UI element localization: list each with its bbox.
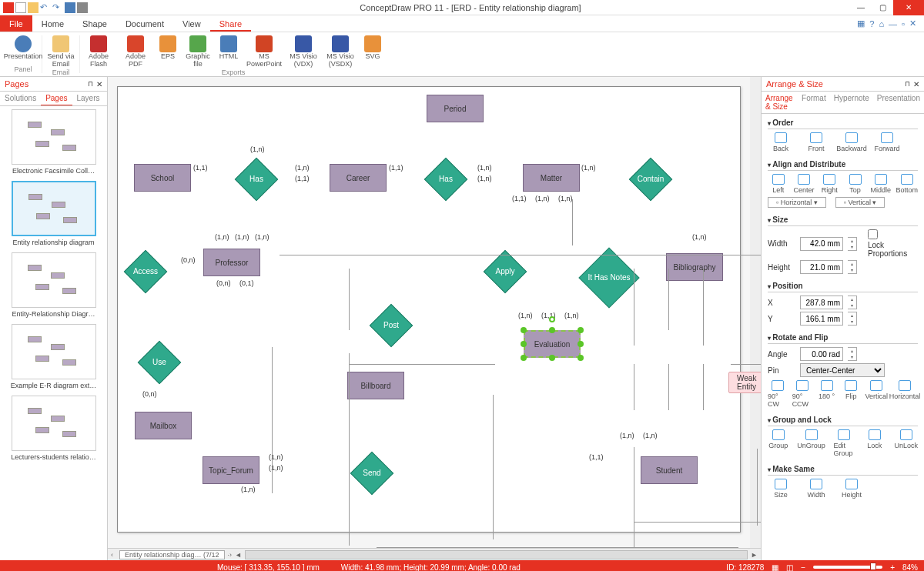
group-lock[interactable]: Lock (864, 429, 886, 457)
graphic-file-button[interactable]: Graphic file (183, 35, 213, 68)
group-ungroup[interactable]: UnGroup (798, 429, 825, 457)
align-bottom[interactable]: Bottom (896, 174, 918, 194)
horizontal-scrollbar[interactable] (245, 550, 748, 559)
adobe-flash-button[interactable]: Adobe Flash (82, 35, 116, 68)
menu-file[interactable]: File (0, 15, 32, 32)
entity-topic[interactable]: Topic_Forum (203, 456, 259, 484)
rotate-90-cw[interactable]: 90° CW (768, 380, 788, 408)
tab-format[interactable]: Format (798, 92, 830, 113)
same-width[interactable]: Width (803, 479, 829, 499)
close-doc-icon[interactable]: ✕ (909, 18, 916, 28)
section-size-title[interactable]: Size (768, 214, 918, 226)
width-input[interactable] (800, 237, 843, 251)
html-button[interactable]: HTML (216, 35, 242, 68)
section-order-title[interactable]: Order (768, 117, 918, 129)
section-position-title[interactable]: Position (768, 280, 918, 292)
order-back[interactable]: Back (768, 132, 794, 152)
relationship-use[interactable] (138, 341, 182, 385)
menu-share[interactable]: Share (210, 15, 251, 32)
height-input[interactable] (800, 260, 843, 274)
entity-career[interactable]: Career (330, 164, 387, 192)
page-tab[interactable]: Entity relationship diag… (7/12 (119, 550, 225, 559)
entity-bibliography[interactable]: Bibliography (666, 253, 723, 281)
tab-layers[interactable]: Layers (72, 92, 105, 105)
save-icon[interactable] (65, 2, 75, 13)
menu-home[interactable]: Home (32, 15, 73, 32)
min-icon[interactable]: — (889, 19, 897, 28)
snap-icon[interactable]: ▦ (772, 563, 778, 572)
scroll-right-icon[interactable]: ► (748, 551, 761, 559)
open-icon[interactable] (28, 2, 38, 13)
pin-select[interactable]: Center-Center (800, 363, 885, 377)
x-spinner[interactable]: ▴▾ (848, 296, 857, 309)
print-icon[interactable] (77, 2, 88, 13)
eps-button[interactable]: EPS (156, 35, 180, 68)
distribute-h-select[interactable]: ▫ Horizontal ▾ (768, 197, 826, 208)
section-group-title[interactable]: Group and Lock (768, 414, 918, 426)
adobe-pdf-button[interactable]: Adobe PDF (119, 35, 152, 68)
menu-document[interactable]: Document (116, 15, 173, 32)
order-forward[interactable]: Forward (874, 132, 900, 152)
angle-input[interactable] (800, 347, 843, 361)
home-icon[interactable]: ⌂ (879, 19, 884, 28)
pin-icon[interactable]: ⊓ (88, 80, 93, 88)
tab-prev-icon[interactable]: ‹ (108, 551, 116, 559)
canvas-area[interactable]: Weak Entity SchoolCareerPeriodMatterProf… (108, 77, 761, 560)
panel-toggle-icon[interactable]: ▦ (857, 18, 865, 28)
section-align-title[interactable]: Align and Distribute (768, 159, 918, 171)
tab-hypernote[interactable]: Hypernote (830, 92, 873, 113)
close-panel-icon[interactable]: ✕ (913, 80, 919, 88)
relationship-post[interactable] (370, 304, 413, 348)
rotate-180-[interactable]: 180 ° (816, 380, 837, 408)
entity-billboard[interactable]: Billboard (347, 372, 404, 399)
pin-icon[interactable]: ⊓ (905, 80, 910, 88)
y-spinner[interactable]: ▴▾ (848, 312, 857, 326)
scroll-left-icon[interactable]: ◄ (232, 551, 245, 559)
close-panel-icon[interactable]: ✕ (96, 80, 102, 88)
restore-icon[interactable]: ▫ (902, 19, 905, 28)
ms-visio-vdx-button[interactable]: MS Visio (VDX) (286, 35, 320, 68)
grid-icon[interactable]: ◫ (786, 563, 793, 572)
page-thumbnail[interactable]: Entity relationship diagram (3, 181, 104, 246)
send-email-button[interactable]: Send via Email (44, 35, 78, 68)
relationship-contain[interactable] (629, 158, 673, 202)
relationship-send[interactable] (350, 452, 394, 496)
rotate-90-ccw[interactable]: 90° CCW (792, 380, 813, 408)
page-thumbnail[interactable]: Lecturers-students relatio… (3, 396, 104, 461)
zoom-slider[interactable] (813, 566, 882, 569)
menu-view[interactable]: View (173, 15, 210, 32)
distribute-v-select[interactable]: ▫ Vertical ▾ (835, 197, 886, 208)
align-top[interactable]: Top (845, 174, 865, 194)
tab-arrange[interactable]: Arrange & Size (762, 92, 798, 113)
width-spinner[interactable]: ▴▾ (848, 237, 857, 251)
order-backward[interactable]: Backward (839, 132, 865, 152)
relationship-notes[interactable] (578, 247, 639, 308)
y-input[interactable] (800, 312, 843, 326)
relationship-apply[interactable] (484, 250, 527, 294)
align-right[interactable]: Right (819, 174, 840, 194)
section-rotate-title[interactable]: Rotate and Flip (768, 332, 918, 344)
entity-evaluation[interactable]: Evaluation (524, 330, 581, 358)
group-edit-group[interactable]: Edit Group (834, 429, 855, 457)
section-same-title[interactable]: Make Same (768, 463, 918, 476)
tab-presentation[interactable]: Presentation (873, 92, 924, 113)
align-middle[interactable]: Middle (870, 174, 891, 194)
minimize-button[interactable]: — (850, 0, 872, 15)
order-front[interactable]: Front (803, 132, 829, 152)
ms-ppt-button[interactable]: MS PowerPoint (245, 35, 283, 68)
entity-mailbox[interactable]: Mailbox (135, 412, 192, 439)
maximize-button[interactable]: ▢ (872, 0, 893, 15)
page-thumbnail[interactable]: Example E-R diagram ext… (3, 324, 104, 389)
entity-period[interactable]: Period (427, 95, 484, 122)
entity-professor[interactable]: Professor (203, 249, 260, 276)
entity-school[interactable]: School (134, 164, 191, 192)
page-thumbnail[interactable]: Entity-Relationship Diagr… (3, 252, 104, 318)
lock-proportions-checkbox[interactable]: Lock Proportions (868, 229, 896, 258)
page-thumbnail[interactable]: Electronic Facsimile Coll… (3, 109, 104, 175)
close-button[interactable]: ✕ (893, 0, 924, 15)
tab-pages[interactable]: Pages (41, 92, 72, 105)
help-icon[interactable]: ? (869, 19, 874, 28)
svg-button[interactable]: SVG (360, 35, 385, 68)
rotate-horizontal[interactable]: Horizontal (892, 380, 918, 408)
relationship-has2[interactable] (424, 158, 468, 202)
